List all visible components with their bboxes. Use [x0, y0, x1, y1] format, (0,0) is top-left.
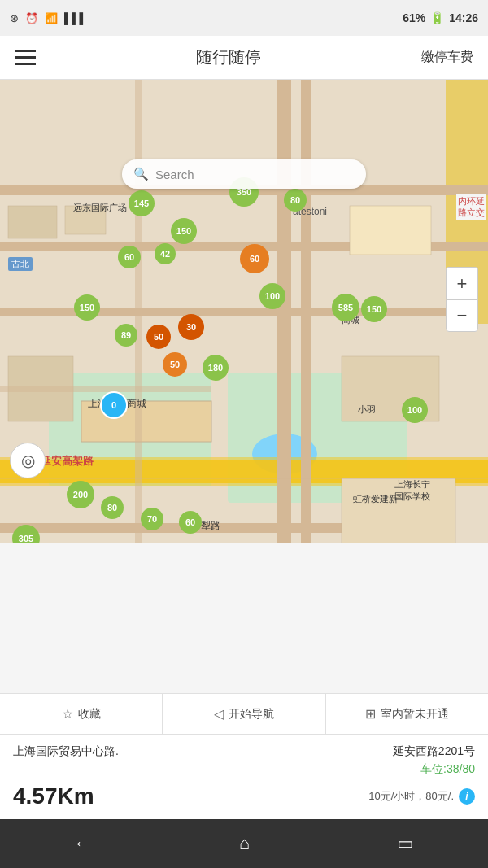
alarm-icon: ⏰ — [25, 12, 38, 24]
marker-150-2[interactable]: 150 — [361, 296, 387, 322]
marker-80-2[interactable]: 80 — [101, 496, 124, 519]
location-button[interactable]: ◎ — [10, 443, 46, 478]
map-label-hongqiao-aijian: 虹桥爱建新 — [353, 493, 398, 505]
info-section: 上海国际贸易中心路. 延安西路2201号 车位:38/80 4.57Km 10元… — [0, 735, 488, 819]
address-right: 延安西路2201号 — [393, 744, 475, 759]
map-label-neihuan: 内环延路立交 — [456, 194, 486, 220]
hamburger-line-2 — [15, 56, 36, 59]
parking-count-row: 车位:38/80 — [13, 762, 475, 777]
marker-60-2[interactable]: 60 — [179, 511, 202, 534]
map-label-gubei: 古北 — [8, 257, 33, 271]
search-placeholder: Search — [155, 168, 194, 181]
map-background — [0, 80, 488, 543]
recent-apps-button[interactable]: ▭ — [397, 833, 414, 854]
distance-pricing-row: 4.57Km 10元/小时，80元/. i — [13, 783, 475, 809]
marker-180[interactable]: 180 — [203, 355, 229, 381]
bottom-nav: ← ⌂ ▭ — [0, 819, 488, 868]
status-bar: ⊛ ⏰ 📶 ▌▌▌ 61% 🔋 14:26 — [0, 0, 488, 36]
collect-button[interactable]: ☆ 收藏 — [0, 694, 163, 734]
distance-display: 4.57Km — [13, 783, 94, 809]
info-button[interactable]: i — [459, 788, 475, 805]
marker-50-orange[interactable]: 50 — [163, 352, 187, 377]
map-label-yuandong: 远东国际广场 — [73, 202, 127, 214]
status-right: 61% 🔋 14:26 — [403, 11, 478, 24]
top-nav: 随行随停 缴停车费 — [0, 36, 488, 80]
marker-585[interactable]: 585 — [332, 294, 359, 321]
marker-30[interactable]: 30 — [178, 314, 204, 340]
signal-icon: ▌▌▌ — [64, 12, 87, 24]
home-button[interactable]: ⌂ — [239, 833, 250, 854]
marker-60-1[interactable]: 60 — [118, 246, 141, 268]
parking-count-label: 车位:38/80 — [420, 762, 475, 777]
bluetooth-icon: ⊛ — [10, 12, 19, 24]
search-icon: 🔍 — [133, 167, 149, 181]
marker-0-blue-1[interactable]: 0 — [100, 391, 128, 419]
collect-icon: ☆ — [62, 706, 73, 722]
marker-200[interactable]: 200 — [67, 481, 94, 508]
pay-parking-button[interactable]: 缴停车费 — [421, 49, 473, 66]
battery-icon: 🔋 — [430, 11, 444, 24]
marker-50-dark[interactable]: 50 — [146, 325, 171, 349]
indoor-button[interactable]: ⊞ 室内暂未开通 — [326, 694, 488, 734]
zoom-in-button[interactable]: + — [446, 267, 478, 299]
status-left: ⊛ ⏰ 📶 ▌▌▌ — [10, 12, 87, 24]
back-button[interactable]: ← — [74, 833, 92, 854]
app-title: 随行随停 — [196, 46, 261, 68]
map-area[interactable]: 远东国际广场 古北 商城 上海世贸商城 小羽 延安高架路 伊犁路 虹桥路 上海长… — [0, 80, 488, 543]
wifi-icon: 📶 — [45, 12, 58, 24]
home-icon: ⌂ — [239, 833, 250, 854]
navigate-button[interactable]: ◁ 开始导航 — [163, 694, 325, 734]
battery-indicator: 61% — [403, 11, 425, 24]
location-icon: ◎ — [21, 451, 35, 470]
svg-rect-16 — [350, 206, 431, 255]
hamburger-line-1 — [15, 50, 36, 52]
navigate-label: 开始导航 — [229, 707, 274, 722]
action-bar: ☆ 收藏 ◁ 开始导航 ⊞ 室内暂未开通 — [0, 694, 488, 735]
back-icon: ← — [74, 833, 92, 854]
pricing-text: 10元/小时，80元/. — [368, 789, 454, 804]
navigate-icon: ◁ — [214, 706, 224, 722]
svg-rect-13 — [0, 523, 342, 533]
marker-150-3[interactable]: 150 — [74, 294, 100, 321]
zoom-out-button[interactable]: − — [446, 299, 478, 332]
time-display: 14:26 — [449, 11, 478, 24]
marker-80[interactable]: 80 — [284, 189, 307, 212]
indoor-icon: ⊞ — [365, 706, 376, 722]
indoor-label: 室内暂未开通 — [381, 707, 449, 722]
collect-label: 收藏 — [78, 707, 101, 722]
recent-apps-icon: ▭ — [397, 833, 414, 854]
marker-42[interactable]: 42 — [155, 243, 176, 264]
marker-60-orange[interactable]: 60 — [240, 244, 269, 273]
marker-100-2[interactable]: 100 — [402, 397, 428, 423]
search-bar[interactable]: 🔍 Search — [122, 159, 366, 189]
map-controls: + − — [446, 267, 478, 332]
marker-89[interactable]: 89 — [115, 324, 137, 347]
hamburger-menu[interactable] — [15, 50, 36, 65]
hamburger-line-3 — [15, 63, 36, 65]
address-row: 上海国际贸易中心路. 延安西路2201号 — [13, 744, 475, 759]
marker-70[interactable]: 70 — [141, 508, 163, 530]
map-label-yanan: 延安高架路 — [41, 454, 94, 469]
pricing-area: 10元/小时，80元/. i — [368, 788, 475, 805]
marker-150-1[interactable]: 150 — [171, 218, 197, 244]
svg-rect-14 — [8, 206, 57, 238]
marker-100-1[interactable]: 100 — [259, 283, 285, 309]
address-left: 上海国际贸易中心路. — [13, 744, 119, 759]
map-label-xiaoyu: 小羽 — [358, 403, 376, 416]
map-label-school: 上海长宁国际学校 — [394, 478, 430, 503]
marker-145[interactable]: 145 — [129, 190, 155, 216]
bottom-panel: ☆ 收藏 ◁ 开始导航 ⊞ 室内暂未开通 上海国际贸易中心路. 延安西路2201… — [0, 693, 488, 819]
